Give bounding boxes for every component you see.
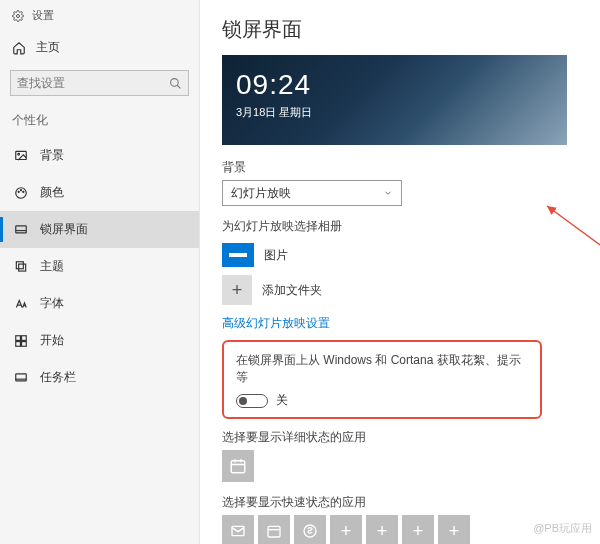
svg-rect-24 <box>268 526 280 537</box>
svg-point-4 <box>18 153 20 155</box>
svg-rect-15 <box>16 341 21 346</box>
app-name: 设置 <box>32 8 54 23</box>
calendar-icon <box>229 457 247 475</box>
album-item-label: 图片 <box>264 247 288 264</box>
quick-status-tile[interactable] <box>294 515 326 544</box>
svg-point-1 <box>171 78 179 86</box>
album-thumb-icon <box>222 243 254 267</box>
svg-rect-17 <box>16 373 27 380</box>
detailed-status-label: 选择要显示详细状态的应用 <box>222 429 578 446</box>
sidebar-item-label: 颜色 <box>40 184 64 201</box>
sidebar-item-label: 字体 <box>40 295 64 312</box>
palette-icon <box>14 186 28 200</box>
detailed-status-app-tile[interactable] <box>222 450 254 482</box>
sidebar-item-taskbar[interactable]: 任务栏 <box>0 359 199 396</box>
cortana-tips-toggle[interactable] <box>236 394 268 408</box>
quick-status-add[interactable]: + <box>438 515 470 544</box>
sidebar-item-colors[interactable]: 颜色 <box>0 174 199 211</box>
watermark: @PB玩应用 <box>533 521 592 536</box>
quick-status-tiles: + + + + <box>222 515 578 544</box>
sidebar-item-label: 主题 <box>40 258 64 275</box>
themes-icon <box>14 260 28 274</box>
svg-line-2 <box>177 85 180 88</box>
calendar-icon <box>266 523 282 539</box>
home-nav[interactable]: 主页 <box>0 31 199 64</box>
add-folder-label: 添加文件夹 <box>262 282 322 299</box>
quick-status-tile[interactable] <box>222 515 254 544</box>
background-dropdown[interactable]: 幻灯片放映 <box>222 180 402 206</box>
advanced-slideshow-link[interactable]: 高级幻灯片放映设置 <box>222 315 578 332</box>
quick-status-add[interactable]: + <box>366 515 398 544</box>
quick-status-label: 选择要显示快速状态的应用 <box>222 494 578 511</box>
svg-rect-14 <box>22 335 27 340</box>
album-item[interactable]: 图片 <box>222 243 578 267</box>
svg-rect-19 <box>231 461 245 473</box>
add-folder-row[interactable]: + 添加文件夹 <box>222 275 578 305</box>
svg-rect-16 <box>22 341 27 346</box>
search-icon <box>169 77 182 90</box>
svg-point-8 <box>23 191 24 192</box>
page-title: 锁屏界面 <box>222 16 578 43</box>
sidebar: 设置 主页 个性化 背景 颜色 锁屏界面 主题 字体 <box>0 0 200 544</box>
svg-rect-11 <box>16 261 23 268</box>
start-icon <box>14 334 28 348</box>
main-content: 锁屏界面 09:24 3月18日 星期日 背景 幻灯片放映 为幻灯片放映选择相册… <box>200 0 600 544</box>
svg-point-7 <box>20 189 21 190</box>
search-box[interactable] <box>10 70 189 96</box>
toggle-value: 关 <box>276 392 288 409</box>
plus-icon: + <box>222 275 252 305</box>
preview-time: 09:24 <box>236 69 311 101</box>
svg-rect-9 <box>16 225 27 232</box>
plus-icon: + <box>413 521 424 542</box>
search-input[interactable] <box>17 76 169 90</box>
quick-status-tile[interactable] <box>258 515 290 544</box>
font-icon <box>14 297 28 311</box>
svg-rect-12 <box>19 264 26 271</box>
highlight-annotation: 在锁屏界面上从 Windows 和 Cortana 获取花絮、提示等 关 <box>222 340 542 419</box>
cortana-tips-label: 在锁屏界面上从 Windows 和 Cortana 获取花絮、提示等 <box>236 352 528 386</box>
dropdown-selected: 幻灯片放映 <box>231 185 291 202</box>
background-label: 背景 <box>222 159 578 176</box>
svg-point-6 <box>18 191 19 192</box>
home-label: 主页 <box>36 39 60 56</box>
svg-rect-13 <box>16 335 21 340</box>
plus-icon: + <box>449 521 460 542</box>
mail-icon <box>230 523 246 539</box>
svg-line-27 <box>547 206 600 278</box>
albums-label: 为幻灯片放映选择相册 <box>222 218 578 235</box>
sidebar-item-background[interactable]: 背景 <box>0 137 199 174</box>
plus-icon: + <box>341 521 352 542</box>
sidebar-item-lockscreen[interactable]: 锁屏界面 <box>0 211 199 248</box>
preview-date: 3月18日 星期日 <box>236 105 312 120</box>
quick-status-add[interactable]: + <box>402 515 434 544</box>
chevron-down-icon <box>383 188 393 198</box>
lockscreen-icon <box>14 223 28 237</box>
picture-icon <box>14 149 28 163</box>
home-icon <box>12 41 26 55</box>
plus-icon: + <box>377 521 388 542</box>
sidebar-item-label: 任务栏 <box>40 369 76 386</box>
sidebar-item-label: 背景 <box>40 147 64 164</box>
taskbar-icon <box>14 371 28 385</box>
sidebar-item-themes[interactable]: 主题 <box>0 248 199 285</box>
sidebar-item-fonts[interactable]: 字体 <box>0 285 199 322</box>
skype-icon <box>302 523 318 539</box>
settings-icon <box>12 10 24 22</box>
svg-point-0 <box>17 14 20 17</box>
sidebar-item-label: 开始 <box>40 332 64 349</box>
lockscreen-preview: 09:24 3月18日 星期日 <box>222 55 567 145</box>
section-label: 个性化 <box>0 106 199 137</box>
quick-status-add[interactable]: + <box>330 515 362 544</box>
window-header: 设置 <box>0 0 199 31</box>
sidebar-item-start[interactable]: 开始 <box>0 322 199 359</box>
sidebar-item-label: 锁屏界面 <box>40 221 88 238</box>
